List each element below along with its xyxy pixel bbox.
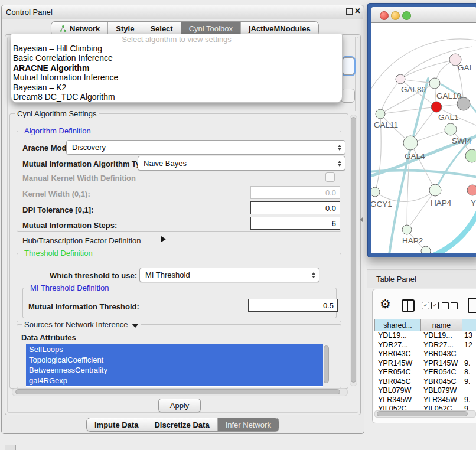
network-node[interactable] — [465, 149, 476, 162]
mi-threshold-group-title: MI Threshold Definition — [28, 283, 111, 292]
table-row[interactable]: YLR345WYLR345W9. — [374, 396, 476, 405]
network-node-gcy1[interactable] — [371, 187, 380, 197]
float-window-icon[interactable] — [346, 8, 353, 15]
network-icon — [59, 25, 67, 32]
network-icon — [59, 25, 67, 32]
settings-vertical-scrollbar[interactable] — [350, 115, 357, 386]
algorithm-dropdown: Select algorithm to view settings Bayesi… — [11, 34, 343, 103]
dpi-tolerance-field[interactable]: 0.0 — [250, 201, 340, 214]
network-node-gal4[interactable] — [403, 136, 418, 150]
table-row[interactable]: YDR27...YDR27...12 — [374, 341, 476, 350]
stepper-arrows-icon — [338, 145, 341, 151]
kernel-width-field[interactable]: 0.0 — [250, 186, 340, 199]
table-header: shared... name A — [374, 319, 476, 331]
bottom-tab-impute-data[interactable]: Impute Data — [87, 418, 146, 431]
table-row[interactable]: YDL19...YDL19...13 — [374, 331, 476, 341]
table-row[interactable]: YIL052CYIL052C9. — [374, 405, 476, 410]
table-row[interactable]: YBR043CYBR043C — [374, 350, 476, 359]
attribute-item[interactable]: SelfLoops — [26, 344, 323, 355]
attribute-item[interactable]: TopologicalCoefficient — [26, 355, 323, 366]
zoom-traffic-light[interactable] — [402, 11, 411, 20]
table-horizontal-scrollbar-thumb[interactable] — [377, 411, 468, 416]
network-node-gal11[interactable] — [376, 109, 385, 119]
mi-algorithm-type-combobox[interactable]: Naive Bayes — [138, 156, 345, 171]
document-icon[interactable] — [468, 298, 476, 313]
attributes-scrollbar[interactable] — [323, 344, 329, 387]
table-cell: 13 — [461, 331, 476, 341]
table-row[interactable]: YER054CYER054C8. — [374, 368, 476, 377]
hidden-combobox-fragment — [341, 89, 355, 103]
table-body: YDL19...YDL19...13YDR27...YDR27...12YBR0… — [374, 331, 476, 410]
table-panel-titlebar: Table Panel — [367, 269, 476, 288]
algorithm-option[interactable]: Dream8 DC_TDC Algorithm — [11, 92, 342, 102]
table-row[interactable]: YBL079WYBL079W — [374, 386, 476, 396]
attributes-scrollbar-thumb[interactable] — [324, 345, 329, 383]
deselect-all-columns-icon[interactable] — [442, 302, 458, 309]
split-pane-collapse-handle[interactable] — [360, 217, 363, 222]
network-node-gal1[interactable] — [431, 102, 442, 112]
column-layout-icon[interactable] — [402, 299, 415, 312]
mi-threshold-field[interactable]: 0.5 — [248, 299, 338, 312]
select-all-columns-icon[interactable]: ✓✓ — [422, 302, 439, 309]
data-attributes-label: Data Attributes — [21, 333, 76, 342]
network-node-hap4[interactable] — [429, 184, 441, 196]
which-threshold-value: MI Threshold — [145, 270, 190, 279]
table-cell: YDR27... — [374, 341, 420, 350]
hub-definition-label: Hub/Transcription Factor Definition — [22, 236, 141, 245]
close-traffic-light[interactable] — [380, 11, 389, 20]
algorithm-option[interactable]: Bayesian – Hill Climbing — [11, 44, 342, 53]
table-cell: YPR145W — [420, 359, 461, 369]
table-row[interactable]: YPR145WYPR145W9. — [374, 359, 476, 369]
table-cell: YBR043C — [374, 350, 420, 359]
apply-button[interactable]: Apply — [158, 399, 201, 412]
data-attributes-list: SelfLoopsTopologicalCoefficientBetweenne… — [26, 344, 323, 387]
network-node[interactable] — [457, 97, 470, 110]
column-header-partial[interactable]: A — [462, 319, 476, 331]
table-horizontal-scrollbar[interactable] — [374, 410, 476, 418]
network-node[interactable] — [421, 246, 431, 253]
manual-kernel-width-checkbox[interactable] — [325, 172, 335, 182]
algorithm-combobox-fragment[interactable] — [343, 57, 354, 75]
table-cell: YDL19... — [374, 331, 420, 341]
table-cell: 9. — [461, 377, 476, 387]
network-node-gal10[interactable] — [429, 78, 440, 89]
network-node-gal80[interactable] — [396, 74, 405, 84]
mi-steps-label: Mutual Information Steps: — [22, 221, 117, 230]
algorithm-option[interactable]: ARACNE Algorithm — [11, 63, 342, 73]
settings-vertical-scrollbar-thumb[interactable] — [351, 117, 356, 383]
threshold-definition-title: Threshold Definition — [22, 249, 95, 257]
stepper-arrows-icon — [312, 272, 315, 278]
mi-algorithm-type-label: Mutual Information Algorithm Type: — [22, 159, 152, 168]
bottom-tab-discretize-data[interactable]: Discretize Data — [146, 418, 217, 431]
network-canvas[interactable]: GALGAL80GAL10GAL1GAL11SWI4GAL4GCY1HAP4YH… — [371, 23, 476, 253]
aracne-mode-combobox[interactable]: Discovery — [66, 140, 345, 155]
bottom-tab-infer-network[interactable]: Infer Network — [217, 418, 279, 431]
network-node-swi4[interactable] — [445, 123, 457, 135]
algorithm-option[interactable]: Bayesian – K2 — [11, 83, 342, 92]
expand-arrow-icon[interactable] — [161, 236, 166, 242]
network-node-label: GAL80 — [401, 85, 426, 94]
gear-icon[interactable]: ⚙ — [380, 297, 391, 311]
algorithm-definition-title: Algorithm Definition — [22, 126, 93, 135]
mi-threshold-label: Mutual Information Threshold: — [28, 302, 139, 311]
which-threshold-combobox[interactable]: MI Threshold — [139, 268, 319, 282]
table-cell: YBL079W — [374, 386, 420, 396]
column-header-shared-name[interactable]: shared... — [374, 319, 421, 331]
close-icon[interactable]: ✕ — [354, 6, 361, 15]
settings-horizontal-scrollbar-thumb[interactable] — [15, 389, 340, 394]
collapse-arrow-icon[interactable] — [132, 324, 139, 328]
settings-horizontal-scrollbar[interactable] — [12, 388, 348, 396]
attribute-item[interactable]: BetweennessCentrality — [26, 365, 323, 376]
table-row[interactable]: YBR045CYBR045C9. — [374, 377, 476, 387]
network-node-label: HAP4 — [431, 198, 452, 207]
table-cell: 12 — [461, 341, 476, 350]
algorithm-option[interactable]: Basic Correlation Inference — [11, 53, 342, 63]
attribute-item[interactable]: gal4RGexp — [26, 376, 323, 386]
column-header-name[interactable]: name — [421, 319, 462, 331]
algorithm-option[interactable]: Mutual Information Inference — [11, 73, 342, 82]
network-node-label: Y — [471, 198, 476, 207]
minimize-traffic-light[interactable] — [391, 11, 400, 20]
mi-steps-field[interactable]: 6 — [250, 217, 340, 230]
network-node-y[interactable] — [467, 185, 476, 195]
network-node-hap2[interactable] — [402, 225, 412, 234]
